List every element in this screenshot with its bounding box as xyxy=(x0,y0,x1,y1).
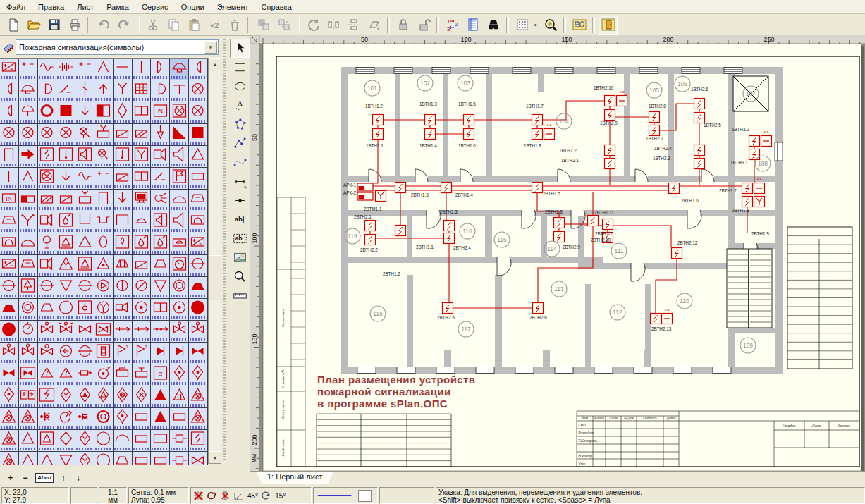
symbol-tile-spkB[interactable] xyxy=(151,211,170,233)
symbol-tile-lineArr[interactable] xyxy=(114,321,133,343)
symbol-tile-triCx[interactable] xyxy=(189,386,208,408)
symbol-tile-circH[interactable] xyxy=(38,277,57,299)
symbol-tile-IN[interactable]: IN xyxy=(0,190,19,211)
menu-Правка[interactable]: Правка xyxy=(32,1,70,13)
delete-button[interactable] xyxy=(225,16,244,35)
symbol-tile-rectSS[interactable] xyxy=(133,124,152,146)
symbol-tile-valve[interactable] xyxy=(19,343,38,364)
symbol-tile-arcL[interactable] xyxy=(189,59,208,80)
symbol-tile-diaDot[interactable] xyxy=(170,364,189,386)
symbol-tile-pmslash[interactable] xyxy=(0,255,19,277)
symbol-tile-cx[interactable] xyxy=(0,124,19,146)
symbol-tile-pm[interactable] xyxy=(19,59,38,80)
symbol-tile-hose[interactable] xyxy=(38,364,57,386)
symbol-tile-cxb[interactable] xyxy=(170,102,189,124)
symbol-tile-valve[interactable] xyxy=(0,343,19,364)
mirror-h-button[interactable] xyxy=(324,16,343,35)
symbol-tile-contact[interactable] xyxy=(75,80,94,102)
lock-button[interactable] xyxy=(393,16,412,35)
symbol-tile-dome[interactable] xyxy=(19,233,38,255)
color-box[interactable] xyxy=(358,490,372,502)
symbol-tile-triSq[interactable] xyxy=(133,408,152,430)
symbol-tile-diam[interactable] xyxy=(56,430,75,452)
bom-button[interactable] xyxy=(463,16,482,35)
search-button[interactable] xyxy=(484,16,503,35)
symbol-tile-ringB[interactable] xyxy=(94,408,114,430)
symbol-tile-trapSpk[interactable] xyxy=(19,255,38,277)
menu-Сервис[interactable]: Сервис xyxy=(135,1,175,13)
rotate-step-icon[interactable] xyxy=(261,491,271,501)
symbol-tile-dotBow[interactable] xyxy=(75,408,94,430)
symbol-tile-arrUp[interactable] xyxy=(94,80,114,102)
symbol-tile-cx[interactable] xyxy=(38,124,57,146)
symbol-tile-fillL[interactable] xyxy=(19,190,38,211)
symbol-tile-vline[interactable] xyxy=(0,168,19,190)
symbol-tile-sw[interactable] xyxy=(56,80,75,102)
symbol-tile-phone[interactable] xyxy=(189,211,208,233)
new-button[interactable] xyxy=(4,16,23,35)
open-button[interactable] xyxy=(24,16,43,35)
symbol-tile-rectAnt[interactable] xyxy=(75,190,94,211)
symbol-tile-trapSpk[interactable] xyxy=(0,211,19,233)
symbol-tile-bowFB[interactable] xyxy=(19,364,38,386)
symbol-tile-spkSq[interactable] xyxy=(38,211,57,233)
tool-polyline-button[interactable] xyxy=(230,134,250,153)
symbol-tile-cx[interactable] xyxy=(189,80,208,102)
symbol-tile-pmslash[interactable] xyxy=(0,59,19,80)
symbol-tile-door[interactable] xyxy=(0,146,19,168)
line-sample[interactable] xyxy=(316,491,355,500)
tool-dimension-button[interactable] xyxy=(230,172,250,191)
sheet-tab[interactable]: 1: Первый лист xyxy=(256,472,333,484)
symbol-tile-triCx[interactable] xyxy=(189,408,208,430)
menu-Опции[interactable]: Опции xyxy=(175,1,211,13)
duplicate-button[interactable]: ×2 xyxy=(204,16,223,35)
symbol-tile-sqTab[interactable] xyxy=(170,430,189,452)
symbol-tile-trap[interactable] xyxy=(151,255,170,277)
symbol-tile-circH[interactable] xyxy=(75,277,94,299)
symbol-tile-brSq[interactable] xyxy=(114,211,133,233)
symbol-tile-rectS[interactable] xyxy=(56,190,75,211)
symbol-tile-pmslash[interactable] xyxy=(189,233,208,255)
grid-button[interactable] xyxy=(513,16,532,35)
symbol-tile-circSl[interactable] xyxy=(133,277,152,299)
symbol-tile-sbox[interactable] xyxy=(189,430,208,452)
symbol-tile-spkSq[interactable] xyxy=(38,255,57,277)
redo-button[interactable] xyxy=(114,16,133,35)
symbol-tile-rectSS[interactable] xyxy=(38,190,57,211)
symbol-tile-rectW[interactable] xyxy=(151,430,170,452)
symbol-tile-bigC[interactable] xyxy=(94,452,114,465)
symbol-tile-domeS[interactable] xyxy=(133,211,152,233)
symbol-tile-circH[interactable] xyxy=(75,343,94,364)
symbol-tile-triLine[interactable] xyxy=(75,255,94,277)
symbol-tile-trap[interactable] xyxy=(114,452,133,465)
symbol-tile-spkBig[interactable] xyxy=(170,211,189,233)
symbol-tile-arrDn[interactable] xyxy=(75,102,94,124)
symbol-tile-arrDn[interactable] xyxy=(56,168,75,190)
symbol-tile-cornF[interactable] xyxy=(170,124,189,146)
symbol-tile-diaDot[interactable] xyxy=(114,408,133,430)
symbol-tile-mon[interactable] xyxy=(133,190,152,211)
symbol-tile-circH[interactable] xyxy=(0,277,19,299)
tool-ruler-button[interactable] xyxy=(230,286,250,305)
symbol-tile-sqHF[interactable] xyxy=(94,102,114,124)
symbol-tile-rectS[interactable] xyxy=(114,168,133,190)
symbol-tile-diaTri[interactable] xyxy=(94,386,114,408)
symbol-tile-cx[interactable] xyxy=(56,124,75,146)
symbol-tile-hose[interactable] xyxy=(56,364,75,386)
symbol-tile-split[interactable] xyxy=(133,102,152,124)
symbol-tile-circG[interactable] xyxy=(19,321,38,343)
symbol-tile-trap[interactable] xyxy=(38,299,57,321)
symbol-tile-hat[interactable] xyxy=(19,80,38,102)
symbol-tile-circArrL[interactable] xyxy=(56,343,75,364)
symbol-tile-N[interactable]: N xyxy=(151,102,170,124)
symbol-tile-bowF[interactable] xyxy=(0,364,19,386)
symbol-tile-grid9[interactable] xyxy=(133,80,152,102)
symbol-tile-door[interactable] xyxy=(94,190,114,211)
symbol-tile-rectCone[interactable] xyxy=(114,299,133,321)
symbol-tile-rect[interactable] xyxy=(189,168,208,190)
symbol-tile-diode[interactable] xyxy=(94,277,114,299)
symbol-tile-circV[interactable] xyxy=(114,277,133,299)
symbol-tile-circT[interactable] xyxy=(38,102,57,124)
symbol-tile-egg[interactable] xyxy=(94,233,114,255)
symbol-tile-triCx[interactable] xyxy=(19,408,38,430)
